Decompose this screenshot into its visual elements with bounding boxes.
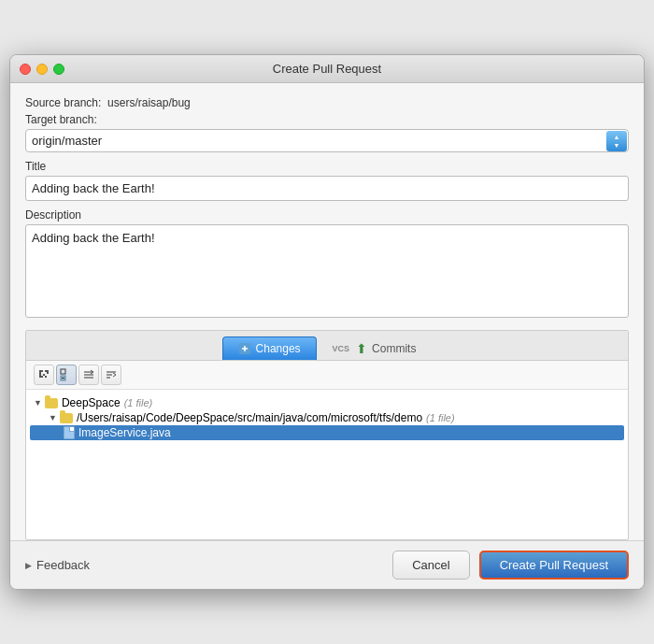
description-row: Description Adding back the Earth! xyxy=(25,208,629,321)
tree-file[interactable]: ImageService.java xyxy=(30,425,624,440)
tabs-header: Changes VCS ⬆ Commits xyxy=(26,331,628,361)
titlebar: Create Pull Request xyxy=(10,55,644,83)
title-label: Title xyxy=(25,160,629,173)
subfolder-path: /Users/raisap/Code/DeepSpace/src/main/ja… xyxy=(77,411,422,424)
tabs-panel: Changes VCS ⬆ Commits xyxy=(25,330,629,540)
title-input[interactable] xyxy=(25,176,629,201)
tree-root[interactable]: ▼ DeepSpace (1 file) xyxy=(30,395,624,410)
window-title: Create Pull Request xyxy=(273,62,381,76)
tab-changes-label: Changes xyxy=(256,342,301,355)
subfolder-count: (1 file) xyxy=(426,412,455,423)
tree-subfolder[interactable]: ▼ /Users/raisap/Code/DeepSpace/src/main/… xyxy=(30,410,624,425)
file-tree: ▼ DeepSpace (1 file) ▼ /Users/raisap/Cod… xyxy=(26,390,628,539)
description-label: Description xyxy=(25,208,629,222)
expand-all-button[interactable] xyxy=(34,365,54,385)
commits-icon: ⬆ xyxy=(356,342,367,355)
vcs-label: VCS xyxy=(333,344,350,353)
close-button[interactable] xyxy=(20,64,31,75)
source-branch-label: Source branch: xyxy=(25,96,101,109)
subfolder-icon xyxy=(60,413,73,423)
expand-icon xyxy=(37,368,50,381)
tab-changes[interactable]: Changes xyxy=(222,336,317,360)
collapse-all-button[interactable] xyxy=(56,365,77,385)
sort1-icon xyxy=(82,368,95,381)
root-arrow-icon: ▼ xyxy=(34,398,42,408)
feedback-button[interactable]: ▶ Feedback xyxy=(25,558,90,572)
file-tree-toolbar xyxy=(26,361,628,390)
sort-button-1[interactable] xyxy=(78,365,99,385)
target-branch-select[interactable]: origin/master xyxy=(25,129,629,152)
action-buttons: Cancel Create Pull Request xyxy=(392,551,629,580)
minimize-button[interactable] xyxy=(36,64,48,75)
traffic-lights xyxy=(20,64,64,75)
create-pull-request-button[interactable]: Create Pull Request xyxy=(479,551,629,580)
target-branch-label: Target branch: xyxy=(25,113,629,126)
main-window: Create Pull Request Source branch: users… xyxy=(9,54,645,590)
file-icon xyxy=(64,426,75,439)
title-row: Title xyxy=(25,160,629,201)
source-branch-row: Source branch: users/raisap/bug xyxy=(25,96,629,109)
sort-button-2[interactable] xyxy=(101,365,121,385)
target-branch-row: Target branch: origin/master xyxy=(25,113,629,152)
root-folder-name: DeepSpace xyxy=(62,396,121,409)
changes-icon xyxy=(238,342,251,355)
target-branch-select-wrapper: origin/master xyxy=(25,129,629,152)
cancel-button[interactable]: Cancel xyxy=(392,551,469,580)
root-folder-icon xyxy=(45,398,58,408)
bottom-bar: ▶ Feedback Cancel Create Pull Request xyxy=(10,540,644,589)
feedback-arrow-icon: ▶ xyxy=(25,561,32,570)
description-textarea[interactable]: Adding back the Earth! xyxy=(25,224,629,318)
maximize-button[interactable] xyxy=(53,64,64,75)
root-count: (1 file) xyxy=(124,397,153,408)
file-name: ImageService.java xyxy=(78,426,171,439)
form-content: Source branch: users/raisap/bug Target b… xyxy=(10,83,644,540)
source-branch-value: users/raisap/bug xyxy=(107,96,191,109)
sort2-icon xyxy=(105,368,118,381)
collapse-icon xyxy=(60,368,73,381)
tab-commits[interactable]: VCS ⬆ Commits xyxy=(317,336,433,360)
feedback-label: Feedback xyxy=(36,558,90,572)
subfolder-arrow-icon: ▼ xyxy=(49,413,57,422)
tab-commits-label: Commits xyxy=(372,342,416,355)
svg-rect-1 xyxy=(61,369,65,374)
